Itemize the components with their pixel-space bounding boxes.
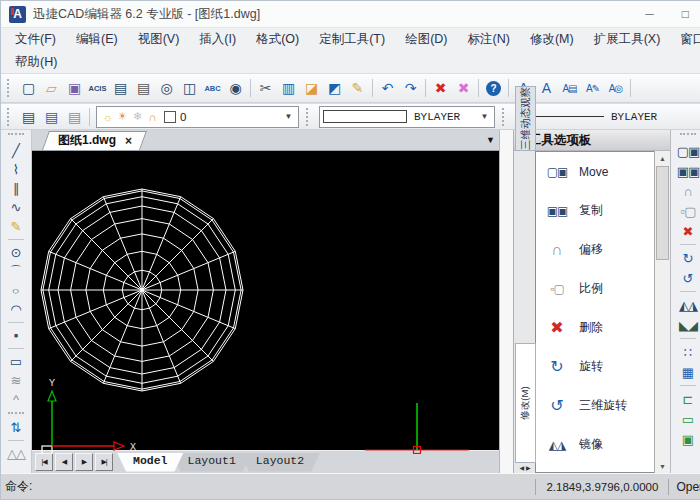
extend-icon[interactable]: ⊏ <box>676 389 700 409</box>
layer-on-icon[interactable]: ☼ <box>100 111 115 123</box>
find-icon[interactable]: ◉ <box>224 77 247 99</box>
help-icon[interactable]: ? <box>486 81 501 96</box>
palette-item-copy[interactable]: ▣▣ 复制 <box>536 191 654 230</box>
palette-item-move[interactable]: ▢▣ Move <box>536 152 654 191</box>
toolbar-grip[interactable] <box>7 79 13 97</box>
palette-item-rotate-3d[interactable]: ↺ 三维旋转 <box>536 386 654 425</box>
linetype-combo[interactable]: BYLAYER <box>515 107 683 127</box>
scroll-down-icon[interactable]: ▼ <box>659 460 666 472</box>
cut-icon[interactable]: ✂ <box>254 77 277 99</box>
array-icon[interactable]: ∷ <box>676 342 700 362</box>
point-icon[interactable]: ▪ <box>4 326 28 345</box>
palette-scrollbar[interactable]: ▲ ▼ <box>654 151 670 473</box>
rectangle-icon[interactable]: ▭ <box>4 352 28 371</box>
document-tab[interactable]: 图纸1.dwg × <box>42 131 140 150</box>
tab-model[interactable]: Model <box>117 453 184 472</box>
arc-icon[interactable]: ⌒ <box>4 262 28 281</box>
redo-icon[interactable]: ↷ <box>399 77 422 99</box>
mirror-icon[interactable]: ◭◮ <box>676 295 700 315</box>
line-icon[interactable]: ╱ <box>4 141 28 160</box>
minimize-button[interactable]: ─ <box>631 1 667 27</box>
offset-icon[interactable]: ∩ <box>676 181 700 201</box>
palette-tab-3d-orbit[interactable]: 三维动态观察 <box>515 86 536 151</box>
plot-icon[interactable]: ▤ <box>109 77 132 99</box>
menu-custom-tools[interactable]: 定制工具(T) <box>309 31 395 48</box>
palette-item-rotate[interactable]: ↻ 旋转 <box>536 347 654 386</box>
toolbar-grip[interactable] <box>306 108 312 126</box>
prev-layout-button[interactable]: ◀ <box>55 453 73 471</box>
text-edit-icon[interactable]: A✎ <box>581 77 604 99</box>
rotate-3d-icon[interactable]: ↺ <box>676 268 700 288</box>
text-find-icon[interactable]: A◎ <box>604 77 627 99</box>
text-convert-icon[interactable]: A▤ <box>558 77 581 99</box>
menu-dimension[interactable]: 标注(N) <box>458 31 520 48</box>
first-layout-button[interactable]: |◀ <box>35 453 53 471</box>
trim-icon[interactable]: ▭ <box>676 409 700 429</box>
print-preview-icon[interactable]: ◎ <box>155 77 178 99</box>
drawing-canvas[interactable]: YX <box>32 151 499 450</box>
rotate-icon[interactable]: ↻ <box>676 248 700 268</box>
toolbar-grip[interactable] <box>502 108 508 126</box>
tab-close-icon[interactable]: × <box>125 134 132 148</box>
page-setup-icon[interactable]: ◫ <box>178 77 201 99</box>
menu-express-tools[interactable]: 扩展工具(X) <box>584 31 671 48</box>
save-icon[interactable]: ▣ <box>63 77 86 99</box>
menu-file[interactable]: 文件(F) <box>5 31 66 48</box>
next-layout-button[interactable]: ▶ <box>75 453 93 471</box>
circle-icon[interactable]: ⊙ <box>4 243 28 262</box>
last-layout-button[interactable]: ▶| <box>95 453 113 471</box>
menu-draw[interactable]: 绘图(D) <box>395 31 457 48</box>
multiline-icon[interactable]: ∥ <box>4 179 28 198</box>
menu-view[interactable]: 视图(V) <box>128 31 190 48</box>
layer-thaw-icon[interactable]: ☀ <box>115 110 130 123</box>
update-icon[interactable]: ⇅ <box>4 418 28 437</box>
tab-scroll-left-icon[interactable]: ◀ <box>519 464 524 471</box>
lengthen-icon[interactable]: ▣ <box>676 429 700 449</box>
move-icon[interactable]: ▢▣ <box>676 141 700 161</box>
undo-icon[interactable]: ↶ <box>376 77 399 99</box>
color-combo-arrow-icon[interactable]: ▼ <box>478 112 491 121</box>
menu-help[interactable]: 帮助(H) <box>5 54 67 71</box>
paste-special-icon[interactable]: ◩ <box>323 77 346 99</box>
layer-combo[interactable]: ☼ ☀ ❄ ∩ 0 ▼ <box>96 106 299 128</box>
tab-layout2[interactable]: Layout2 <box>240 453 320 472</box>
sketch-icon[interactable]: ✎ <box>4 217 28 236</box>
single-line-text-icon[interactable]: A <box>535 77 558 99</box>
export-acis-icon[interactable]: ACIS <box>86 77 109 99</box>
toolbar-grip[interactable] <box>7 108 13 126</box>
copy-icon[interactable]: ▥ <box>277 77 300 99</box>
toolbar-grip[interactable] <box>8 133 24 138</box>
maximize-button[interactable]: □ <box>667 1 700 27</box>
new-file-icon[interactable]: ▢ <box>17 77 40 99</box>
polyline-icon[interactable]: ⌇ <box>4 160 28 179</box>
menu-insert[interactable]: 插入(I) <box>189 31 246 48</box>
copy-icon[interactable]: ▣▣ <box>676 161 700 181</box>
layer-freeze-icon[interactable]: ▤ <box>40 106 63 128</box>
revcloud-icon[interactable]: ≋ <box>4 371 28 390</box>
menu-window[interactable]: 窗口(W) <box>670 31 700 48</box>
array-3d-icon[interactable]: ▦ <box>676 362 700 382</box>
palette-scrollbar-thumb[interactable] <box>656 166 669 260</box>
layer-freeze-vp-icon[interactable]: ❄ <box>130 110 145 123</box>
more-chevron-icon[interactable]: ^ <box>4 390 28 409</box>
menu-edit[interactable]: 编辑(E) <box>66 31 128 48</box>
ellipse-arc-icon[interactable]: ◠ <box>4 300 28 319</box>
spell-check-icon[interactable]: ABC <box>201 77 224 99</box>
toolbar-grip[interactable] <box>680 133 696 138</box>
tab-scroll-right-icon[interactable]: ▶ <box>526 464 531 471</box>
spline-icon[interactable]: ∿ <box>4 198 28 217</box>
canvas-scrollbar[interactable] <box>499 130 513 473</box>
palette-item-offset[interactable]: ∩ 偏移 <box>536 230 654 269</box>
menu-modify[interactable]: 修改(M) <box>520 31 584 48</box>
erase-icon[interactable]: ✖ <box>429 77 452 99</box>
palette-item-erase[interactable]: ✖ 删除 <box>536 308 654 347</box>
menu-format[interactable]: 格式(O) <box>246 31 309 48</box>
erase-icon[interactable]: ✖ <box>676 221 700 241</box>
ellipse-icon[interactable]: ○ <box>4 284 28 298</box>
scale-icon[interactable]: ▫▢ <box>676 201 700 221</box>
open-folder-icon[interactable]: ▱ <box>40 77 63 99</box>
paste-icon[interactable]: ◪ <box>300 77 323 99</box>
erase-override-icon[interactable]: ✖ <box>452 77 475 99</box>
palette-item-scale[interactable]: ▫▢ 比例 <box>536 269 654 308</box>
layer-lock-icon[interactable]: ∩ <box>145 111 160 123</box>
